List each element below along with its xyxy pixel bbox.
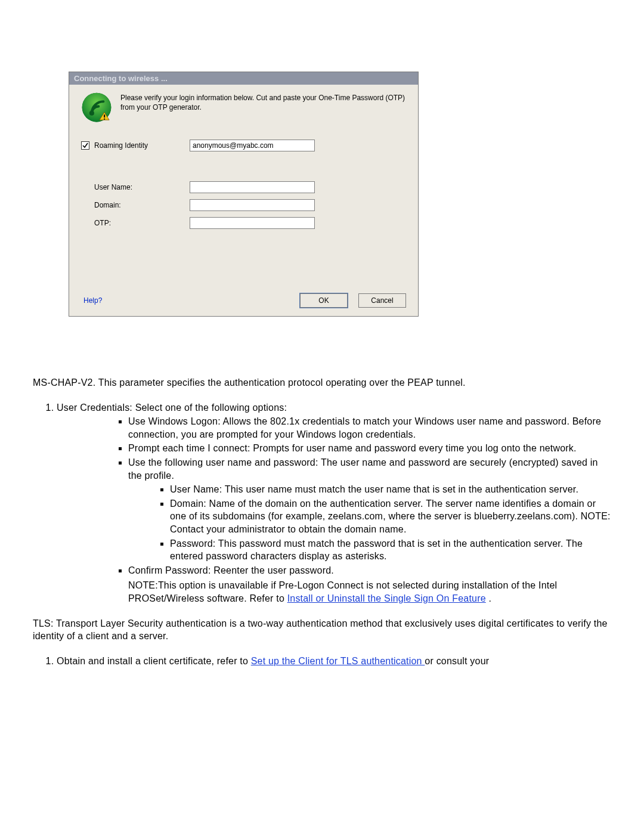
link-tls-client-setup[interactable]: Set up the Client for TLS authentication [251, 656, 425, 666]
ok-button[interactable]: OK [300, 293, 348, 308]
cancel-button[interactable]: Cancel [358, 293, 406, 308]
svg-rect-5 [104, 119, 105, 120]
wireless-warning-icon [81, 92, 112, 123]
domain-row: Domain: [94, 199, 406, 211]
sub-password: Password: This password must match the p… [170, 537, 611, 563]
opt-windows-logon: Use Windows Logon: Allows the 802.1x cre… [128, 415, 611, 441]
user-name-row: User Name: [94, 181, 406, 193]
user-credentials-lead: User Credentials: Select one of the foll… [57, 402, 287, 413]
otp-label: OTP: [94, 219, 111, 227]
dialog-titlebar: Connecting to wireless ... [69, 72, 418, 85]
note-prelogon: NOTE:This option is unavailable if Pre-L… [128, 579, 611, 605]
help-link[interactable]: Help? [83, 296, 102, 305]
roaming-identity-row: Roaming Identity [81, 140, 406, 151]
dialog-title: Connecting to wireless ... [74, 74, 168, 83]
link-single-sign-on[interactable]: Install or Uninstall the Single Sign On … [287, 593, 486, 603]
roaming-identity-label: Roaming Identity [94, 141, 148, 150]
document-body: MS-CHAP-V2. This parameter specifies the… [33, 376, 611, 667]
user-credentials-list: User Credentials: Select one of the foll… [33, 401, 611, 605]
dialog-button-row: Help? OK Cancel [81, 289, 406, 308]
connecting-dialog: Connecting to wireless ... [69, 72, 419, 317]
tls-steps-list: Obtain and install a client certificate,… [33, 655, 611, 668]
tls-paragraph: TLS: Transport Layer Security authentica… [33, 617, 611, 643]
user-name-input[interactable] [190, 181, 315, 193]
roaming-identity-input[interactable] [190, 140, 315, 151]
opt-prompt-each-time: Prompt each time I connect: Prompts for … [128, 442, 611, 455]
dialog-instructions: Please verify your login information bel… [120, 92, 406, 112]
domain-input[interactable] [190, 199, 315, 211]
roaming-identity-checkbox[interactable] [81, 141, 89, 150]
dialog-body: Please verify your login information bel… [69, 85, 418, 316]
mschap-paragraph: MS-CHAP-V2. This parameter specifies the… [33, 376, 611, 389]
sub-user-name: User Name: This user name must match the… [170, 483, 611, 496]
sub-domain: Domain: Name of the domain on the authen… [170, 497, 611, 536]
otp-input[interactable] [190, 217, 315, 229]
otp-row: OTP: [94, 217, 406, 229]
tls-step-1: Obtain and install a client certificate,… [57, 655, 611, 668]
domain-label: Domain: [94, 201, 121, 209]
opt-confirm-password: Confirm Password: Reenter the user passw… [128, 564, 611, 577]
svg-rect-4 [104, 114, 105, 117]
opt-use-following: Use the following user name and password… [128, 457, 598, 481]
user-name-label: User Name: [94, 183, 132, 191]
